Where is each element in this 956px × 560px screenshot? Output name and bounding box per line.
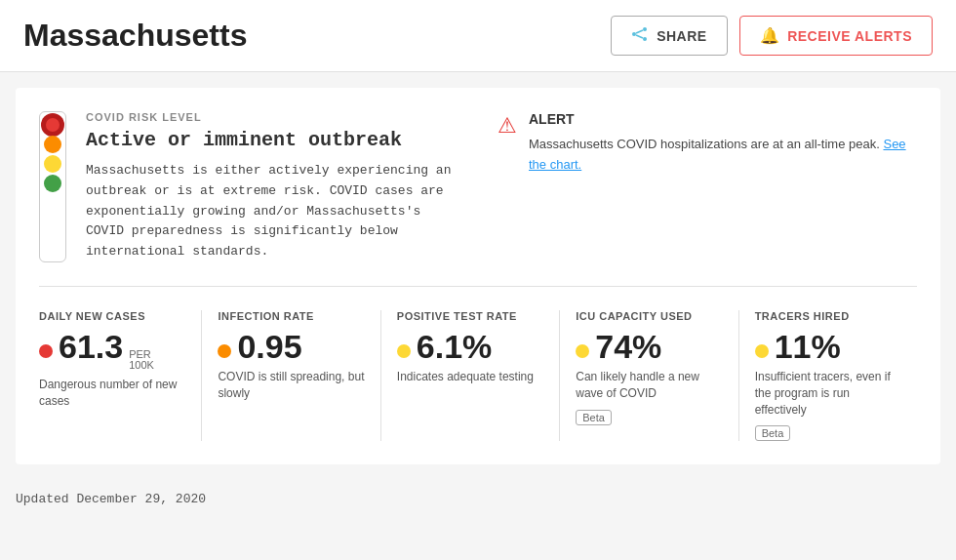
svg-line-4: [636, 35, 643, 38]
updated-text: Updated December 29, 2020: [16, 492, 206, 506]
metric-label-0: DAILY NEW CASES: [39, 310, 185, 322]
metric-value-row-1: 0.95: [218, 330, 364, 363]
metric-desc-3: Can likely handle a new wave of COVID: [576, 369, 722, 402]
metric-dot-1: [218, 344, 231, 358]
light-red: [44, 116, 61, 134]
alert-section: ⚠ ALERT Massachusetts COVID hospitalizat…: [498, 111, 917, 262]
metrics-row: DAILY NEW CASES 61.3 PER100K Dangerous n…: [39, 287, 917, 441]
svg-point-0: [643, 27, 647, 31]
svg-point-1: [643, 37, 647, 41]
metric-desc-4: Insufficient tracers, even if the progra…: [755, 369, 901, 418]
alert-label: ALERT: [529, 111, 917, 127]
alert-content: ALERT Massachusetts COVID hospitalizatio…: [529, 111, 917, 262]
metric-dot-2: [397, 344, 411, 358]
metric-value-0: 61.3: [59, 330, 123, 363]
metric-dot-4: [755, 344, 769, 358]
metric-value-2: 6.1%: [417, 330, 493, 363]
metric-card-0: DAILY NEW CASES 61.3 PER100K Dangerous n…: [39, 310, 202, 441]
risk-text: COVID RISK LEVEL Active or imminent outb…: [86, 111, 458, 262]
receive-alerts-button[interactable]: 🔔 RECEIVE ALERTS: [739, 16, 933, 56]
metric-card-3: ICU CAPACITY USED 74% Can likely handle …: [560, 310, 738, 441]
beta-badge-3[interactable]: Beta: [576, 410, 612, 425]
header-buttons: SHARE 🔔 RECEIVE ALERTS: [611, 16, 933, 56]
metric-value-3: 74%: [595, 330, 661, 363]
metric-desc-2: Indicates adequate testing: [397, 369, 543, 385]
bell-icon: 🔔: [760, 26, 780, 45]
risk-section-label: COVID RISK LEVEL: [86, 111, 458, 123]
metric-label-4: TRACERS HIRED: [755, 310, 901, 322]
share-label: SHARE: [657, 28, 707, 44]
metric-dot-0: [39, 344, 53, 358]
metric-value-row-2: 6.1%: [397, 330, 543, 363]
svg-point-2: [632, 32, 636, 36]
share-icon: [631, 27, 649, 45]
share-button[interactable]: SHARE: [611, 16, 728, 56]
risk-alert-row: COVID RISK LEVEL Active or imminent outb…: [39, 111, 917, 287]
light-orange: [44, 136, 61, 153]
risk-description: Massachusetts is either actively experie…: [86, 161, 458, 262]
metric-unit-0: PER100K: [129, 349, 154, 371]
header: Massachusetts SHARE 🔔 RECEIVE ALERTS: [0, 0, 956, 72]
metric-value-row-4: 11%: [755, 330, 901, 363]
metric-dot-3: [576, 344, 589, 358]
risk-headline: Active or imminent outbreak: [86, 129, 458, 151]
main-content: COVID RISK LEVEL Active or imminent outb…: [16, 88, 940, 464]
metric-desc-1: COVID is still spreading, but slowly: [218, 369, 364, 402]
metric-card-4: TRACERS HIRED 11% Insufficient tracers, …: [739, 310, 917, 441]
metric-value-row-0: 61.3 PER100K: [39, 330, 185, 371]
metric-label-3: ICU CAPACITY USED: [576, 310, 722, 322]
metric-card-1: INFECTION RATE 0.95 COVID is still sprea…: [202, 310, 380, 441]
metric-desc-0: Dangerous number of new cases: [39, 377, 185, 410]
risk-section: COVID RISK LEVEL Active or imminent outb…: [39, 111, 458, 262]
light-yellow: [44, 155, 61, 173]
metric-card-2: POSITIVE TEST RATE 6.1% Indicates adequa…: [381, 310, 560, 441]
alert-text-body: Massachusetts COVID hospitalizations are…: [529, 137, 880, 151]
page-title: Massachusetts: [23, 18, 247, 54]
alert-triangle-icon: ⚠: [498, 113, 517, 262]
footer: Updated December 29, 2020: [0, 480, 956, 518]
beta-badge-4[interactable]: Beta: [755, 425, 791, 441]
metric-label-2: POSITIVE TEST RATE: [397, 310, 543, 322]
light-green: [44, 175, 61, 192]
metric-value-row-3: 74%: [576, 330, 722, 363]
metric-value-1: 0.95: [237, 330, 301, 363]
traffic-light: [39, 111, 66, 262]
metric-label-1: INFECTION RATE: [218, 310, 364, 322]
alert-text: Massachusetts COVID hospitalizations are…: [529, 135, 917, 176]
metric-value-4: 11%: [775, 330, 841, 363]
svg-line-3: [636, 30, 643, 33]
alerts-label: RECEIVE ALERTS: [787, 28, 912, 44]
